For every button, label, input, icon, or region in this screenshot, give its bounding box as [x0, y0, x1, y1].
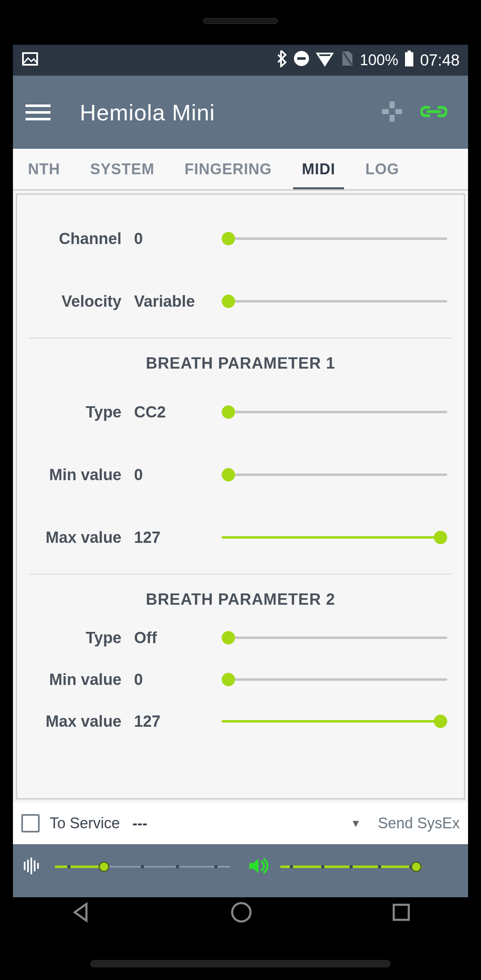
- bp1-type-label: Type: [17, 403, 134, 421]
- svg-rect-2: [297, 57, 306, 60]
- chevron-down-icon[interactable]: ▼: [350, 817, 361, 830]
- tab-midi[interactable]: MIDI: [287, 149, 350, 189]
- svg-rect-6: [390, 102, 395, 108]
- service-bar: To Service --- ▼ Send SysEx: [13, 802, 468, 844]
- tabs: NTH SYSTEM FINGERING MIDI LOG: [13, 149, 468, 191]
- volume-slider[interactable]: [280, 860, 422, 873]
- bp1-min-label: Min value: [17, 466, 134, 484]
- tab-fingering[interactable]: FINGERING: [170, 149, 287, 189]
- bp1-type-row: Type CC2: [17, 381, 464, 443]
- bp2-type-value: Off: [134, 629, 222, 647]
- bp1-max-value: 127: [134, 529, 222, 547]
- bp2-type-label: Type: [17, 629, 134, 647]
- bp1-min-slider[interactable]: [222, 468, 447, 481]
- sim-icon: [340, 50, 354, 71]
- bp1-min-value: 0: [134, 466, 222, 484]
- channel-slider[interactable]: [222, 232, 447, 245]
- dpad-icon[interactable]: [380, 100, 404, 125]
- status-bar: 100% 07:48: [13, 45, 468, 76]
- volume-icon: [247, 855, 272, 878]
- sensor-slider[interactable]: [55, 860, 230, 873]
- back-button[interactable]: [68, 900, 93, 927]
- send-sysex-button[interactable]: Send SysEx: [378, 815, 460, 832]
- svg-rect-8: [382, 109, 389, 114]
- svg-rect-4: [405, 52, 413, 66]
- battery-icon: [404, 50, 414, 71]
- bp2-max-value: 127: [134, 713, 222, 731]
- dnd-icon: [293, 50, 310, 70]
- bp1-type-slider[interactable]: [222, 406, 447, 418]
- to-service-checkbox[interactable]: [21, 814, 40, 832]
- svg-rect-0: [23, 53, 37, 65]
- channel-value: 0: [134, 230, 222, 248]
- bp1-max-label: Max value: [17, 529, 134, 547]
- svg-rect-5: [408, 51, 411, 52]
- sensor-icon: [21, 855, 46, 878]
- svg-rect-7: [390, 115, 395, 122]
- velocity-label: Velocity: [17, 293, 134, 311]
- channel-row: Channel 0: [17, 207, 464, 270]
- bp2-min-value: 0: [134, 671, 222, 689]
- nav-bar: [0, 888, 481, 938]
- menu-icon[interactable]: [25, 100, 51, 125]
- bp2-min-label: Min value: [17, 671, 134, 689]
- tab-log[interactable]: LOG: [350, 149, 414, 189]
- velocity-slider[interactable]: [222, 295, 447, 308]
- battery-pct: 100%: [360, 51, 398, 69]
- svg-rect-32: [394, 905, 409, 920]
- midi-panel: Channel 0 Velocity Variable BREATH PARAM…: [16, 193, 465, 799]
- bp2-max-label: Max value: [17, 713, 134, 731]
- bp2-max-slider[interactable]: [222, 715, 447, 728]
- clock-text: 07:48: [420, 51, 460, 69]
- wifi-icon: [316, 50, 334, 70]
- svg-point-31: [232, 903, 251, 921]
- bp1-type-value: CC2: [134, 403, 222, 421]
- service-selection[interactable]: ---: [132, 815, 147, 832]
- bp1-title: BREATH PARAMETER 1: [17, 354, 464, 372]
- bp1-max-row: Max value 127: [17, 506, 464, 569]
- app-bar: Hemiola Mini: [13, 76, 468, 149]
- bp1-min-row: Min value 0: [17, 443, 464, 506]
- velocity-row: Velocity Variable: [17, 270, 464, 333]
- home-button[interactable]: [229, 900, 254, 927]
- bp2-type-row: Type Off: [17, 617, 464, 659]
- bp2-min-slider[interactable]: [222, 673, 447, 686]
- link-icon[interactable]: [420, 104, 447, 121]
- bp2-max-row: Max value 127: [17, 700, 464, 742]
- bp2-type-slider[interactable]: [222, 631, 447, 644]
- velocity-value: Variable: [134, 293, 222, 311]
- bp2-title: BREATH PARAMETER 2: [17, 591, 464, 608]
- image-icon: [21, 50, 39, 71]
- home-indicator: [90, 960, 391, 967]
- svg-rect-9: [395, 109, 402, 114]
- app-title: Hemiola Mini: [80, 99, 215, 125]
- tab-system[interactable]: SYSTEM: [75, 149, 170, 189]
- bp2-min-row: Min value 0: [17, 659, 464, 700]
- channel-label: Channel: [17, 230, 134, 248]
- to-service-label: To Service: [50, 815, 120, 832]
- bp1-max-slider[interactable]: [222, 531, 447, 544]
- tab-nth[interactable]: NTH: [13, 149, 75, 189]
- bluetooth-icon: [275, 50, 287, 71]
- recent-button[interactable]: [390, 901, 413, 926]
